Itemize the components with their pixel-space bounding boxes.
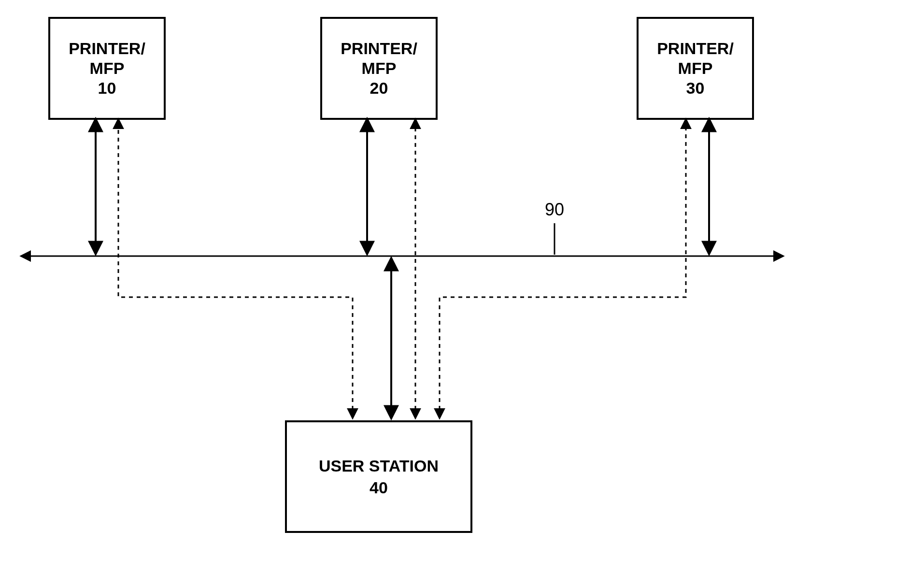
printer-2-label-line2: MFP bbox=[362, 58, 397, 78]
user-station-id: 40 bbox=[370, 477, 388, 498]
user-p1-dashed bbox=[118, 120, 353, 417]
printer-box-1: PRINTER/ MFP 10 bbox=[48, 17, 166, 120]
printer-2-label-line1: PRINTER/ bbox=[341, 39, 417, 58]
printer-2-id: 20 bbox=[370, 78, 388, 98]
printer-box-2: PRINTER/ MFP 20 bbox=[320, 17, 438, 120]
printer-3-id: 30 bbox=[686, 78, 705, 98]
printer-1-label-line2: MFP bbox=[90, 58, 125, 78]
user-station-label: USER STATION bbox=[319, 455, 439, 476]
user-station-box: USER STATION 40 bbox=[285, 420, 472, 533]
printer-3-label-line2: MFP bbox=[678, 58, 713, 78]
printer-box-3: PRINTER/ MFP 30 bbox=[637, 17, 754, 120]
printer-1-label-line1: PRINTER/ bbox=[69, 39, 145, 58]
printer-1-id: 10 bbox=[98, 78, 116, 98]
user-p3-dashed bbox=[440, 120, 686, 417]
bus-id-label: 90 bbox=[545, 200, 564, 220]
printer-3-label-line1: PRINTER/ bbox=[657, 39, 734, 58]
